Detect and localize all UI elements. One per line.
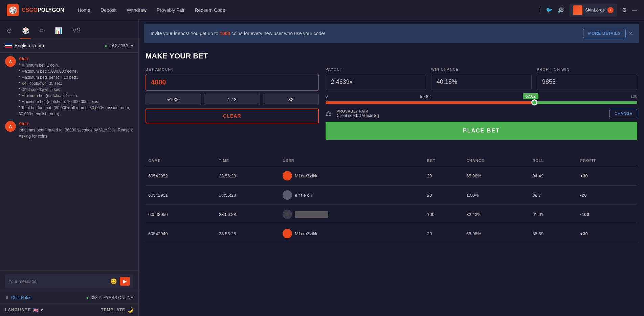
user-area[interactable]: SkinLords + [570, 4, 617, 17]
banner-close-button[interactable]: × [629, 30, 632, 37]
cell-user: ⬛█████████ [280, 205, 424, 224]
cell-time: 23:56:28 [216, 224, 280, 243]
bet-amount-input[interactable] [146, 74, 319, 91]
half-button[interactable]: 1 / 2 [204, 94, 260, 105]
content-area: Invite your friends! You get up to 1000 … [139, 20, 644, 316]
nav-withdraw[interactable]: Withdraw [127, 6, 147, 15]
user-name-3: M1croZzikk [295, 231, 317, 236]
room-flag [5, 43, 12, 48]
minimize-icon[interactable]: — [632, 7, 637, 13]
facebook-icon[interactable]: f [539, 7, 541, 13]
chat-message-2: A Alert Ionut has been muted for 36000 s… [5, 121, 133, 139]
room-selector[interactable]: English Room ● 162 / 353 ▾ [0, 39, 138, 53]
table-row[interactable]: 60542949 23:56:28 M1croZzikk 20 65.98% 8… [146, 224, 637, 243]
plus1000-button[interactable]: +1000 [146, 94, 201, 105]
nav-home[interactable]: Home [78, 6, 90, 15]
language-selector[interactable]: LANGUAGE 🇬🇧 ▾ [5, 308, 43, 313]
chat-text-1: * Minimum bet: 1 coin.* Maximum bet: 5,0… [19, 62, 133, 117]
room-left: English Room [5, 43, 44, 48]
tab-stats[interactable]: 📊 [53, 24, 64, 39]
cell-game: 60542952 [146, 166, 216, 186]
more-details-button[interactable]: MORE DETAILS [583, 29, 626, 38]
slider-track[interactable] [326, 101, 637, 104]
user-name-1: e f f e c T [295, 193, 313, 198]
place-bet-button[interactable]: PLACE BET [326, 122, 637, 140]
pf-text: PROVABLY FAIR Client seed: 1MTiiJrfGq [337, 109, 604, 118]
tab-roulette[interactable]: ⊙ [5, 24, 14, 39]
online-dot: ● [86, 295, 89, 300]
x2-button[interactable]: X2 [263, 94, 319, 105]
room-count-area: ● 162 / 353 ▾ [105, 43, 133, 48]
slider-current-value: 59.82 [420, 94, 431, 99]
slider-min: 0 [326, 94, 328, 99]
profit-group: PROFIT ON WIN [537, 67, 637, 90]
tab-versus[interactable]: VS [71, 24, 82, 39]
user-avatar-1 [283, 190, 292, 200]
cell-user: M1croZzikk [280, 166, 424, 186]
col-time: TIME [216, 155, 280, 166]
twitter-icon[interactable]: 🐦 [546, 7, 553, 13]
clear-button[interactable]: CLEAR [146, 108, 319, 123]
provably-fair-icon: ⚖ [326, 110, 332, 118]
col-game: GAME [146, 155, 216, 166]
win-chance-label: WIN CHANCE [431, 67, 532, 71]
table-row[interactable]: 60542950 23:56:28 ⬛█████████ 100 32.43% … [146, 205, 637, 224]
header: 🎲 CSGOPOLYGON Home Deposit Withdraw Prov… [0, 0, 644, 20]
template-label: TEMPLATE [101, 308, 125, 312]
chat-content-1: Alert * Minimum bet: 1 coin.* Maximum be… [19, 56, 133, 117]
user-avatar-0 [283, 171, 292, 180]
volume-icon[interactable]: 🔊 [558, 7, 564, 13]
send-button[interactable]: ▶ [120, 277, 130, 286]
players-online: ● 353 PLAYERS ONLINE [86, 295, 133, 300]
chat-username-1: Alert [19, 56, 133, 61]
nav-provably-fair[interactable]: Provably Fair [157, 6, 184, 15]
chat-footer: ⏸ Chat Rules ● 353 PLAYERS ONLINE [0, 292, 138, 303]
chat-message-1: A Alert * Minimum bet: 1 coin.* Maximum … [5, 56, 133, 117]
nav-deposit[interactable]: Deposit [101, 6, 116, 15]
cell-bet: 20 [424, 186, 464, 205]
cell-bet: 20 [424, 166, 464, 186]
profit-input[interactable] [537, 74, 637, 90]
slider-max: 100 [630, 94, 637, 99]
cell-profit: -100 [578, 205, 637, 224]
nav-redeem-code[interactable]: Redeem Code [195, 6, 225, 15]
cell-chance: 65.98% [464, 166, 530, 186]
chevron-down-icon: ▾ [131, 43, 133, 48]
payout-input[interactable] [326, 74, 426, 90]
table-row[interactable]: 60542951 23:56:28 e f f e c T 20 1.00% 8… [146, 186, 637, 205]
change-seed-button[interactable]: CHANGE [609, 109, 637, 118]
slider-labels: 0 59.82 67.02 100 [326, 93, 637, 99]
chat-input[interactable] [8, 279, 108, 284]
win-chance-input[interactable] [431, 74, 532, 90]
cell-time: 23:56:28 [216, 205, 280, 224]
bet-title: MAKE YOUR BET [146, 52, 637, 60]
col-bet: BET [424, 155, 464, 166]
table-row[interactable]: 60542952 23:56:28 M1croZzikk 20 65.98% 9… [146, 166, 637, 186]
moon-icon: 🌙 [127, 307, 133, 313]
bet-buttons: +1000 1 / 2 X2 [146, 94, 319, 105]
template-selector[interactable]: TEMPLATE 🌙 [101, 307, 133, 313]
settings-icon[interactable]: ⚙ [622, 7, 627, 13]
slider-badge: 67.02 [523, 93, 538, 99]
cell-chance: 32.43% [464, 205, 530, 224]
cell-game: 60542949 [146, 224, 216, 243]
main-nav: Home Deposit Withdraw Provably Fair Rede… [78, 6, 539, 15]
chat-avatar-1: A [5, 56, 16, 67]
logo-text: CSGOPOLYGON [22, 7, 64, 13]
logo[interactable]: 🎲 CSGOPOLYGON [7, 4, 64, 16]
cell-roll: 85.59 [530, 224, 577, 243]
banner-right: MORE DETAILS × [583, 29, 632, 38]
tab-edit[interactable]: ✏ [38, 24, 46, 39]
slider-thumb[interactable] [531, 99, 537, 105]
payout-label: PAYOUT [326, 67, 426, 71]
bet-section: MAKE YOUR BET BET AMOUNT +1000 1 / 2 X2 … [139, 47, 644, 152]
tab-dice[interactable]: 🎲 [20, 24, 31, 39]
pf-seed: Client seed: 1MTiiJrfGq [337, 113, 604, 118]
cell-roll: 88.7 [530, 186, 577, 205]
room-online-dot: ● [105, 43, 107, 48]
chat-input-area: 😊 ▶ [0, 270, 138, 292]
emoji-icon[interactable]: 😊 [110, 278, 117, 285]
pf-label: PROVABLY FAIR [337, 109, 604, 113]
bet-left: BET AMOUNT +1000 1 / 2 X2 CLEAR [146, 67, 319, 140]
chat-rules-link[interactable]: Chat Rules [11, 295, 31, 300]
